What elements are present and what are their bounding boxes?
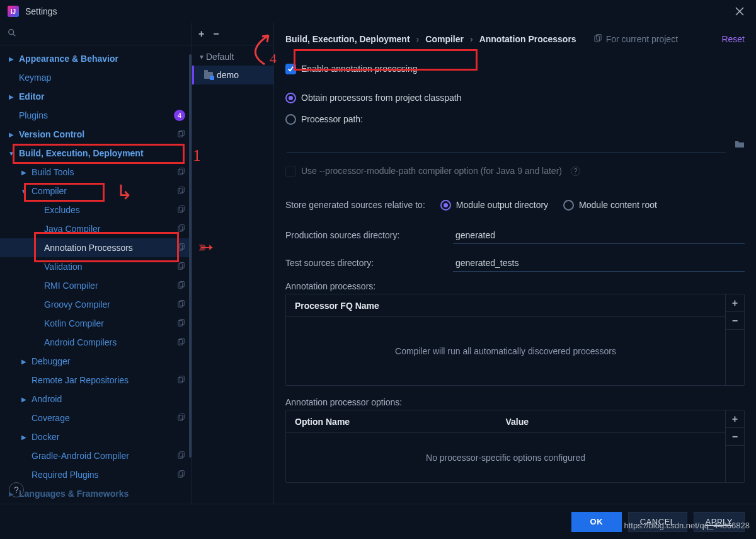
svg-rect-19: [180, 300, 184, 306]
sidebar-item-label: Keymap: [19, 72, 185, 83]
sidebar-item-build-execution-deployment[interactable]: ▼Build, Execution, Deployment: [0, 144, 192, 163]
enable-annotation-processing-checkbox[interactable]: [285, 64, 296, 74]
svg-rect-7: [180, 187, 184, 192]
copy-icon: [178, 243, 185, 253]
browse-path-button[interactable]: [735, 139, 745, 149]
sidebar-item-kotlin-compiler[interactable]: Kotlin Compiler: [0, 314, 192, 333]
copy-icon: [178, 470, 185, 480]
sidebar-item-build-tools[interactable]: ▶Build Tools: [0, 163, 192, 182]
sidebar-item-required-plugins[interactable]: Required Plugins: [0, 465, 192, 484]
sidebar-item-languages-frameworks[interactable]: ▶Languages & Frameworks: [0, 484, 192, 503]
svg-rect-12: [178, 245, 183, 250]
enable-label: Enable annotation processing: [301, 64, 417, 74]
test-dir-input[interactable]: [453, 254, 745, 272]
remove-option-button[interactable]: −: [726, 428, 745, 446]
cancel-button[interactable]: CANCEL: [628, 512, 687, 532]
crumb-bed[interactable]: Build, Execution, Deployment: [285, 34, 410, 44]
add-option-button[interactable]: +: [726, 410, 745, 428]
caret-icon: ▶: [6, 131, 16, 138]
use-module-path-label: Use --processor-module-path compiler opt…: [301, 166, 562, 176]
settings-tree[interactable]: ▶Appearance & BehaviorKeymap▶EditorPlugi…: [0, 45, 192, 504]
sidebar-item-rmi-compiler[interactable]: RMI Compiler: [0, 276, 192, 295]
sidebar-item-label: Plugins: [19, 110, 174, 120]
profile-default[interactable]: ▼ Default: [192, 48, 273, 66]
svg-rect-33: [596, 34, 600, 40]
sidebar-item-android[interactable]: ▶Android: [0, 390, 192, 409]
processors-empty: Compiler will run all automatically disc…: [286, 317, 725, 385]
sidebar-item-label: Groovy Compiler: [44, 299, 175, 310]
sidebar-item-label: Coverage: [32, 413, 175, 423]
copy-icon: [178, 206, 185, 215]
options-section-label: Annotation processor options:: [285, 397, 745, 407]
caret-icon: ▶: [19, 358, 29, 365]
sidebar-item-coverage[interactable]: Coverage: [0, 409, 192, 427]
apply-button[interactable]: APPLY: [694, 512, 745, 532]
add-processor-button[interactable]: +: [726, 294, 745, 312]
add-profile-button[interactable]: +: [198, 28, 204, 40]
test-dir-label: Test sources directory:: [285, 258, 443, 268]
sidebar-item-debugger[interactable]: ▶Debugger: [0, 352, 192, 371]
svg-rect-30: [178, 472, 183, 477]
crumb-current: Annotation Processors: [479, 34, 576, 44]
svg-line-1: [13, 34, 16, 37]
sidebar-item-docker[interactable]: ▶Docker: [0, 427, 192, 446]
chevron-right-icon: ›: [416, 34, 420, 44]
ok-button[interactable]: OK: [571, 512, 622, 532]
sidebar-item-label: Build Tools: [32, 167, 175, 177]
sidebar-item-editor[interactable]: ▶Editor: [0, 87, 192, 106]
profile-module-demo[interactable]: demo: [192, 66, 273, 84]
svg-rect-3: [180, 130, 184, 136]
sidebar-item-annotation-processors[interactable]: Annotation Processors: [0, 238, 192, 257]
sidebar-item-android-compilers[interactable]: Android Compilers: [0, 333, 192, 352]
search-input[interactable]: [20, 27, 184, 41]
sidebar-item-compiler[interactable]: ▼Compiler: [0, 182, 192, 200]
svg-rect-16: [178, 282, 183, 288]
sidebar-item-keymap[interactable]: Keymap: [0, 68, 192, 87]
copy-icon: [178, 300, 185, 310]
svg-rect-6: [178, 188, 183, 194]
sidebar-item-gradle-android-compiler[interactable]: Gradle-Android Compiler: [0, 446, 192, 465]
window-title: Settings: [25, 6, 57, 16]
sidebar-item-groovy-compiler[interactable]: Groovy Compiler: [0, 295, 192, 314]
svg-rect-18: [178, 301, 183, 307]
reset-link[interactable]: Reset: [721, 34, 745, 44]
crumb-compiler[interactable]: Compiler: [425, 34, 464, 44]
sidebar-item-java-compiler[interactable]: Java Compiler: [0, 219, 192, 238]
module-content-radio[interactable]: [563, 200, 574, 211]
copy-icon: [178, 319, 185, 328]
remove-processor-button[interactable]: −: [726, 312, 745, 330]
profile-default-label: Default: [206, 52, 234, 62]
sidebar-item-label: Remote Jar Repositories: [32, 375, 175, 385]
svg-rect-2: [178, 131, 183, 137]
profile-panel: + − ▼ Default demo: [192, 23, 274, 504]
svg-rect-15: [180, 262, 184, 268]
remove-profile-button[interactable]: −: [213, 28, 219, 40]
sidebar-item-appearance-behavior[interactable]: ▶Appearance & Behavior: [0, 49, 192, 68]
sidebar-item-plugins[interactable]: Plugins4: [0, 106, 192, 125]
copy-icon: [178, 338, 185, 347]
svg-rect-10: [178, 226, 183, 231]
dialog-button-bar: OK CANCEL APPLY: [0, 504, 756, 539]
obtain-from-classpath-radio[interactable]: [285, 93, 296, 103]
prod-dir-input[interactable]: [453, 226, 745, 244]
sidebar-item-validation[interactable]: Validation: [0, 257, 192, 276]
svg-rect-20: [178, 320, 183, 326]
sidebar-item-excludes[interactable]: Excludes: [0, 200, 192, 219]
settings-sidebar: ▶Appearance & BehaviorKeymap▶EditorPlugi…: [0, 23, 192, 504]
svg-rect-22: [178, 339, 183, 345]
help-icon[interactable]: ?: [571, 166, 580, 176]
sidebar-item-version-control[interactable]: ▶Version Control: [0, 125, 192, 144]
sidebar-item-label: Annotation Processors: [44, 243, 175, 253]
breadcrumb: Build, Execution, Deployment › Compiler …: [285, 34, 576, 44]
module-content-label: Module content root: [579, 200, 657, 210]
processor-path-label: Processor path:: [301, 114, 363, 124]
processor-path-radio[interactable]: [285, 114, 296, 125]
module-icon: [204, 72, 213, 79]
obtain-label: Obtain processors from project classpath: [301, 93, 461, 103]
module-output-radio[interactable]: [440, 200, 451, 211]
close-button[interactable]: [731, 3, 748, 20]
scrollbar[interactable]: [189, 54, 192, 458]
sidebar-item-remote-jar-repositories[interactable]: Remote Jar Repositories: [0, 371, 192, 390]
title-bar: IJ Settings: [0, 0, 756, 23]
help-button[interactable]: ?: [9, 482, 24, 497]
